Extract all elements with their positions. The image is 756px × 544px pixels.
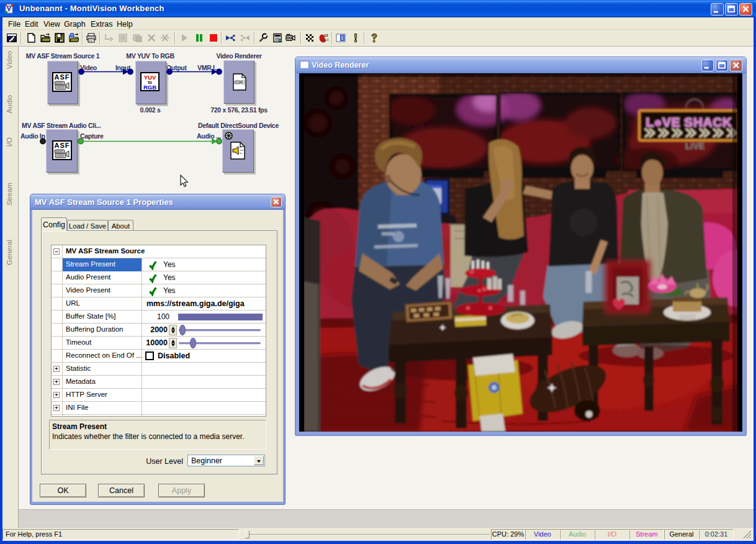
svg-text:ASF: ASF bbox=[55, 73, 70, 81]
svg-text:ASF: ASF bbox=[55, 142, 70, 149]
svg-text:12: 12 bbox=[324, 34, 328, 37]
svg-text:RGB: RGB bbox=[143, 84, 156, 91]
svg-text:4:1: 4:1 bbox=[324, 38, 328, 42]
